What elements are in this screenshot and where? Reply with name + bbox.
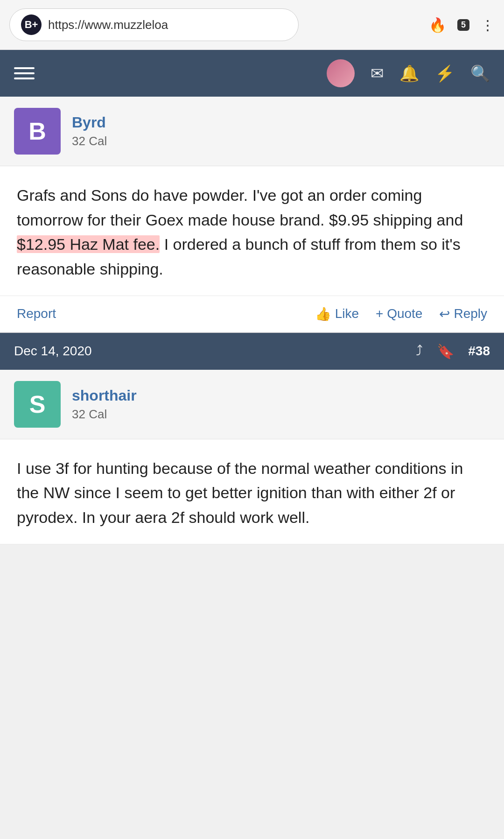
post-1-actions: Report 👍 Like + Quote ↩ Reply: [0, 296, 504, 333]
share-icon[interactable]: ⤴: [416, 343, 423, 359]
post-1: B Byrd 32 Cal Grafs and Sons do have pow…: [0, 97, 504, 333]
highlighted-text: $12.95 Haz Mat fee.: [17, 235, 160, 253]
post-1-avatar: B: [14, 108, 61, 155]
post-1-rank: 32 Cal: [72, 134, 107, 148]
browser-logo: B+: [21, 14, 42, 35]
post-1-text: Grafs and Sons do have powder. I've got …: [17, 183, 487, 282]
post-2-avatar: S: [14, 381, 61, 428]
post-1-user-info: Byrd 32 Cal: [72, 114, 107, 148]
date-bar-icons: ⤴ 🔖 #38: [416, 343, 490, 360]
like-icon: 👍: [315, 306, 331, 322]
post-2: S shorthair 32 Cal I use 3f for hunting …: [0, 370, 504, 544]
nav-icons: ✉ 🔔 ⚡ 🔍: [327, 59, 490, 87]
bookmark-icon[interactable]: 🔖: [437, 343, 454, 360]
post-2-user-info: shorthair 32 Cal: [72, 387, 137, 422]
post-1-header: B Byrd 32 Cal: [0, 97, 504, 166]
hamburger-menu[interactable]: [14, 67, 35, 79]
reply-icon: ↩: [439, 306, 450, 322]
post-2-body: I use 3f for hunting because of the norm…: [0, 439, 504, 544]
browser-url[interactable]: https://www.muzzleloa: [48, 18, 287, 32]
browser-url-area[interactable]: B+ https://www.muzzleloa: [9, 8, 299, 41]
fire-icon[interactable]: 🔥: [429, 17, 446, 33]
browser-icons: 🔥 5 ⋮: [429, 17, 495, 33]
post-1-body: Grafs and Sons do have powder. I've got …: [0, 166, 504, 296]
post-date: Dec 14, 2020: [14, 344, 92, 359]
date-bar: Dec 14, 2020 ⤴ 🔖 #38: [0, 333, 504, 370]
post-2-header: S shorthair 32 Cal: [0, 370, 504, 439]
post-1-username[interactable]: Byrd: [72, 114, 107, 131]
reply-button[interactable]: ↩ Reply: [439, 306, 487, 322]
user-avatar[interactable]: [327, 59, 355, 87]
more-icon[interactable]: ⋮: [481, 17, 495, 33]
lightning-icon[interactable]: ⚡: [435, 64, 455, 83]
action-buttons: 👍 Like + Quote ↩ Reply: [315, 306, 487, 322]
post-2-username[interactable]: shorthair: [72, 387, 137, 404]
mail-icon[interactable]: ✉: [371, 64, 384, 83]
like-button[interactable]: 👍 Like: [315, 306, 359, 322]
tab-count-badge[interactable]: 5: [457, 19, 469, 31]
bell-icon[interactable]: 🔔: [399, 64, 419, 83]
report-button[interactable]: Report: [17, 306, 56, 321]
quote-button[interactable]: + Quote: [376, 306, 422, 321]
nav-bar: ✉ 🔔 ⚡ 🔍: [0, 50, 504, 97]
browser-bar: B+ https://www.muzzleloa 🔥 5 ⋮: [0, 0, 504, 50]
post-2-text: I use 3f for hunting because of the norm…: [17, 456, 487, 530]
post-number: #38: [468, 344, 490, 359]
post-2-rank: 32 Cal: [72, 407, 137, 422]
search-icon[interactable]: 🔍: [470, 64, 490, 83]
